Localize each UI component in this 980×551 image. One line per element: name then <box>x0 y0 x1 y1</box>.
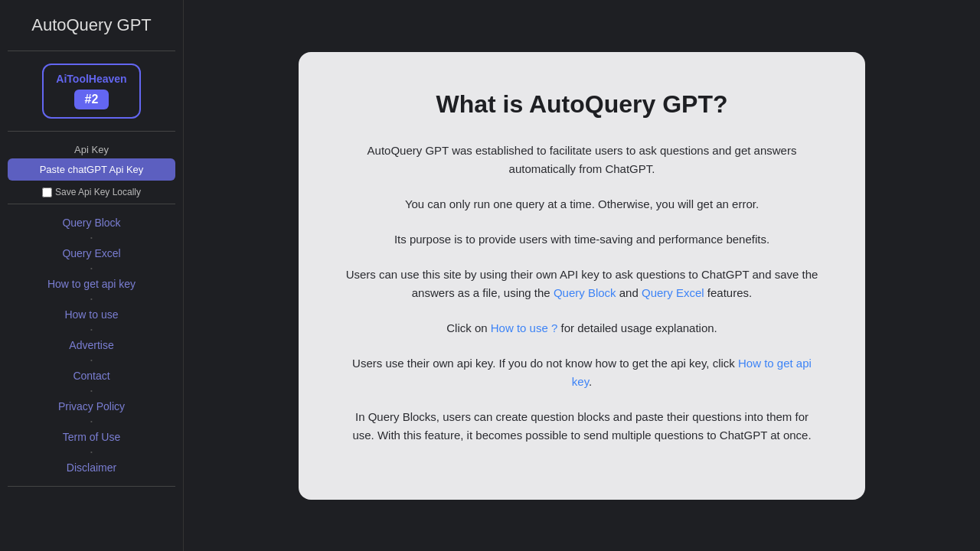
nav-dot: • <box>8 419 175 425</box>
paragraph-1: AutoQuery GPT was established to facilit… <box>345 142 819 178</box>
nav-dot: • <box>8 296 175 302</box>
api-key-label: Api Key <box>74 144 109 155</box>
main-content: What is AutoQuery GPT? AutoQuery GPT was… <box>184 0 980 551</box>
content-card: What is AutoQuery GPT? AutoQuery GPT was… <box>299 52 865 500</box>
paragraph-6: Users use their own api key. If you do n… <box>345 354 819 391</box>
sidebar-item-contact[interactable]: Contact <box>8 364 175 388</box>
paste-api-button[interactable]: Paste chatGPT Api Key <box>8 158 175 181</box>
sidebar-item-query-block[interactable]: Query Block <box>8 210 175 235</box>
divider-top <box>8 51 175 51</box>
nav-items-container: Query Block•Query Excel•How to get api k… <box>8 210 175 480</box>
paragraph-7: In Query Blocks, users can create questi… <box>345 408 819 445</box>
how-to-use-link[interactable]: How to use ? <box>491 321 558 334</box>
sidebar: AutoQuery GPT AiToolHeaven #2 Api Key Pa… <box>0 0 184 551</box>
badge-bottom-label: #2 <box>74 90 109 109</box>
divider-nav <box>8 204 175 204</box>
divider-bottom <box>8 486 175 487</box>
save-api-label[interactable]: Save Api Key Locally <box>42 187 141 197</box>
sidebar-item-how-to-get-api-key[interactable]: How to get api key <box>8 272 175 296</box>
nav-dot: • <box>8 235 175 241</box>
sidebar-item-query-excel[interactable]: Query Excel <box>8 241 175 266</box>
save-api-text: Save Api Key Locally <box>55 187 141 197</box>
nav-dot: • <box>8 388 175 394</box>
save-api-checkbox[interactable] <box>42 187 52 197</box>
sidebar-item-disclaimer[interactable]: Disclaimer <box>8 455 175 480</box>
nav-dot: • <box>8 327 175 333</box>
divider-api <box>8 131 175 132</box>
sidebar-item-how-to-use[interactable]: How to use <box>8 302 175 327</box>
paragraph-5: Click on How to use ? for detailed usage… <box>345 319 819 337</box>
nav-dot: • <box>8 449 175 455</box>
paragraph-4: Users can use this site by using their o… <box>345 266 819 302</box>
query-excel-link[interactable]: Query Excel <box>642 286 704 299</box>
nav-dot: • <box>8 357 175 364</box>
main-heading: What is AutoQuery GPT? <box>345 90 819 119</box>
query-block-link[interactable]: Query Block <box>554 286 616 299</box>
sidebar-item-privacy-policy[interactable]: Privacy Policy <box>8 394 175 419</box>
badge-top-label: AiToolHeaven <box>56 73 126 85</box>
nav-dot: • <box>8 266 175 272</box>
paragraph-3: Its purpose is to provide users with tim… <box>345 230 819 249</box>
sidebar-item-term-of-use[interactable]: Term of Use <box>8 425 175 449</box>
sidebar-item-advertise[interactable]: Advertise <box>8 333 175 357</box>
paragraph-2: You can only run one query at a time. Ot… <box>345 195 819 214</box>
app-title: AutoQuery GPT <box>31 15 152 35</box>
badge-card[interactable]: AiToolHeaven #2 <box>42 64 140 119</box>
